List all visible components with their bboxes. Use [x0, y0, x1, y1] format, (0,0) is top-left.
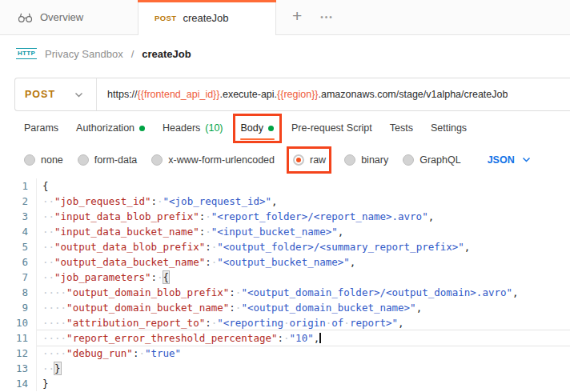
body-type-none[interactable]: none — [24, 154, 63, 166]
code-line-3[interactable]: 3··"input_data_blob_prefix":·"<report_fo… — [0, 209, 570, 224]
url-segment: https:// — [107, 89, 138, 100]
url-bar: POST https://{{frontend_api_id}}.execute… — [14, 78, 570, 111]
code-line-5[interactable]: 5··"output_data_blob_prefix":·"<output_f… — [0, 239, 570, 254]
body-type-form-data[interactable]: form-data — [78, 154, 138, 166]
body-type-x-www-form-urlencoded[interactable]: x-www-form-urlencoded — [151, 154, 275, 166]
tab-params[interactable]: Params — [24, 111, 58, 145]
tab-tests[interactable]: Tests — [390, 111, 413, 145]
url-variable: {{region}} — [277, 89, 318, 100]
radio-icon[interactable] — [78, 154, 89, 166]
method-selector[interactable]: POST — [15, 89, 96, 100]
tab-label: Pre-request Script — [291, 122, 372, 134]
line-content: ··"job_request_id":·"<job_request_id>", — [37, 194, 570, 209]
line-content: } — [37, 376, 570, 391]
tab-label: Settings — [431, 122, 467, 134]
overview-icon — [18, 11, 33, 23]
request-tabs: ParamsAuthorizationHeaders(10)BodyPre-re… — [0, 111, 570, 145]
add-tab-button[interactable]: + — [276, 0, 312, 34]
line-content: ··"output_data_blob_prefix":·"<output_fo… — [37, 239, 570, 254]
green-dot-icon — [268, 126, 274, 131]
code-line-12[interactable]: 12····"debug_run":·"true" — [0, 346, 570, 361]
code-line-10[interactable]: 10····"attribution_report_to":·"<reporti… — [0, 315, 570, 330]
tab-createjob-label: createJob — [183, 12, 228, 24]
tab-label: Authorization — [76, 122, 134, 134]
line-number: 6 — [0, 254, 37, 270]
line-number: 13 — [0, 361, 37, 376]
tab-pre-request-script[interactable]: Pre-request Script — [291, 111, 372, 145]
workspace-tab-bar: Overview POST createJob + ••• — [0, 0, 570, 35]
url-segment: .execute-api. — [219, 89, 277, 100]
line-content: ····"debug_run":·"true" — [37, 346, 570, 361]
breadcrumb-collection[interactable]: Privacy Sandbox — [45, 48, 123, 60]
line-number: 2 — [0, 194, 37, 209]
tab-overview-label: Overview — [40, 11, 83, 23]
language-label: JSON — [488, 154, 515, 166]
body-type-label: binary — [361, 154, 388, 166]
line-number: 10 — [0, 315, 37, 330]
tab-label: Headers — [163, 122, 200, 134]
radio-icon[interactable] — [293, 154, 304, 166]
line-number: 12 — [0, 346, 37, 361]
radio-icon[interactable] — [344, 154, 355, 166]
body-type-binary[interactable]: binary — [344, 154, 388, 166]
body-type-label: form-data — [94, 154, 138, 166]
text-cursor — [319, 333, 321, 343]
line-content: ····"attribution_report_to":·"<reporting… — [37, 315, 570, 330]
tab-settings[interactable]: Settings — [431, 111, 467, 145]
code-line-6[interactable]: 6··"output_data_bucket_name":·"<output_b… — [0, 254, 570, 270]
radio-icon[interactable] — [24, 154, 35, 166]
more-options-button[interactable]: ••• — [312, 0, 342, 34]
http-icon: HTTP — [16, 48, 37, 59]
tab-authorization[interactable]: Authorization — [76, 111, 145, 145]
code-line-4[interactable]: 4··"input_data_bucket_name":·"<input_buc… — [0, 224, 570, 239]
body-type-raw[interactable]: raw — [293, 154, 326, 166]
radio-icon[interactable] — [403, 154, 414, 166]
tab-label: Body — [241, 122, 264, 134]
code-line-7[interactable]: 7··"job_parameters":·{ — [0, 270, 570, 285]
line-content: ····"report_error_threshold_percentage":… — [37, 330, 570, 346]
line-number: 1 — [0, 178, 37, 194]
code-editor[interactable]: 1{2··"job_request_id":·"<job_request_id>… — [0, 174, 570, 391]
active-tab-underline — [240, 138, 275, 140]
tab-headers[interactable]: Headers(10) — [163, 111, 223, 145]
line-number: 8 — [0, 285, 37, 300]
url-segment: .amazonaws.com/stage/v1alpha/createJob — [319, 89, 508, 100]
method-chevron-icon — [74, 92, 83, 98]
radio-icon[interactable] — [151, 154, 163, 166]
line-content: { — [37, 178, 570, 194]
line-content: ··} — [37, 361, 570, 376]
tab-label: Params — [24, 122, 58, 134]
tab-body[interactable]: Body — [241, 111, 275, 145]
breadcrumb-request-name: createJob — [142, 48, 191, 60]
line-number: 5 — [0, 239, 37, 254]
code-line-11[interactable]: 11····"report_error_threshold_percentage… — [0, 330, 570, 346]
code-line-9[interactable]: 9····"output_domain_bucket_name":·"<outp… — [0, 300, 570, 315]
code-line-13[interactable]: 13··} — [0, 361, 570, 376]
url-variable: {{frontend_api_id}} — [138, 89, 220, 100]
line-content: ····"output_domain_blob_prefix":·"<outpu… — [37, 285, 570, 300]
tab-label: Tests — [390, 122, 413, 134]
tab-overview[interactable]: Overview — [0, 0, 138, 34]
line-number: 3 — [0, 209, 37, 224]
json-chevron-icon — [522, 157, 531, 162]
request-url[interactable]: https://{{frontend_api_id}}.execute-api.… — [97, 89, 508, 100]
line-number: 9 — [0, 300, 37, 315]
line-number: 11 — [0, 330, 37, 346]
body-type-options: noneform-datax-www-form-urlencodedrawbin… — [0, 145, 570, 174]
green-dot-icon — [139, 126, 145, 131]
code-line-8[interactable]: 8····"output_domain_blob_prefix":·"<outp… — [0, 285, 570, 300]
line-content: ··"input_data_bucket_name":·"<input_buck… — [37, 224, 570, 239]
line-number: 14 — [0, 376, 37, 391]
code-line-1[interactable]: 1{ — [0, 178, 570, 194]
method-label: POST — [25, 89, 55, 100]
headers-count-badge: (10) — [205, 122, 223, 134]
line-content: ··"output_data_bucket_name":·"<output_bu… — [37, 254, 570, 270]
body-type-graphql[interactable]: GraphQL — [403, 154, 460, 166]
line-content: ····"output_domain_bucket_name":·"<outpu… — [37, 300, 570, 315]
code-line-2[interactable]: 2··"job_request_id":·"<job_request_id>", — [0, 194, 570, 209]
line-content: ··"input_data_blob_prefix":·"<report_fol… — [37, 209, 570, 224]
language-selector[interactable]: JSON — [488, 154, 531, 166]
tab-createjob[interactable]: POST createJob — [138, 0, 276, 35]
code-line-14[interactable]: 14} — [0, 376, 570, 391]
tab-method-badge: POST — [155, 14, 176, 22]
